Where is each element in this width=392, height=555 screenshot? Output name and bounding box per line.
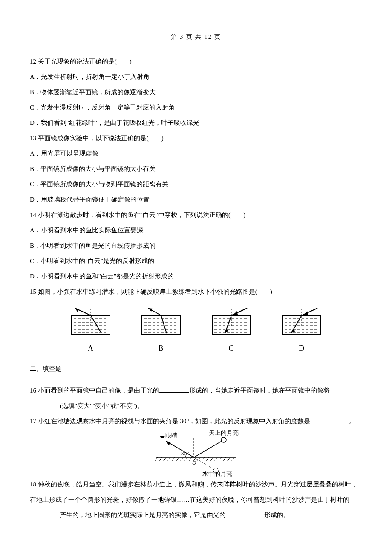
svg-line-65 (194, 441, 222, 457)
svg-point-66 (221, 437, 226, 442)
q15-label-c: C (208, 339, 255, 358)
q18-blank-1 (30, 510, 60, 517)
svg-line-48 (176, 457, 179, 461)
q12-b: B．物体逐渐靠近平面镜，所成的像逐渐变大 (30, 84, 362, 100)
q17-angle-label: 30° (181, 450, 189, 457)
q12-a: A．光发生折射时，折射角一定小于入射角 (30, 69, 362, 84)
q13-c: C．平面镜所成像的大小与物到平面镜的距离有关 (30, 176, 362, 192)
q12-stem: 12.关于光现象的说法正确的是( ) (30, 54, 362, 69)
svg-line-59 (223, 457, 226, 461)
q14-c: C．小明看到水中的"白云"是光的反射形成的 (30, 253, 362, 269)
q12-d: D．我们看到"红花绿叶"，是由于花吸收红光，叶子吸收绿光 (30, 115, 362, 130)
svg-marker-8 (75, 308, 79, 312)
svg-line-46 (167, 457, 170, 461)
q18-text-2: 产生的，地上圆形的光斑实际上是月亮的实像，它是由光的 (60, 512, 226, 518)
q15-option-d: D (278, 307, 325, 358)
svg-marker-18 (148, 308, 153, 312)
q14-stem: 14.小明在湖边散步时，看到水中的鱼在"白云"中穿梭，下列说法正确的( ) (30, 207, 362, 223)
refraction-diagram-c-icon (208, 307, 255, 337)
refraction-diagram-a-icon (67, 307, 114, 337)
q17: 17.小红在池塘边观察水中月亮的视线与水面的夹角是 30°，如图，此光的反射现象… (30, 413, 362, 429)
refraction-diagram-d-icon (278, 307, 325, 337)
q14-b: B．小明看到水中的鱼是光的直线传播形成的 (30, 238, 362, 253)
svg-line-67 (194, 457, 214, 469)
q15-option-c: C (208, 307, 255, 358)
section-2-title: 二、填空题 (30, 361, 362, 376)
q17-figure: 眼睛 天上的月亮 30° O 水中的月亮 (30, 430, 362, 477)
svg-line-54 (202, 457, 205, 461)
svg-line-45 (163, 457, 166, 461)
q18: 18.仲秋的夜晚，皓月当空。我们漫步在林荫小道上，微风和煦，传来阵阵树叶的沙沙声… (30, 477, 362, 523)
svg-line-49 (180, 457, 183, 461)
svg-line-61 (231, 457, 234, 461)
page-header: 第 3 页 共 12 页 (30, 30, 362, 44)
q13-d: D．用玻璃板代替平面镜便于确定像的位置 (30, 192, 362, 207)
q13-b: B．平面镜所成像的大小与平面镜的大小有关 (30, 161, 362, 176)
q15-label-d: D (278, 339, 325, 358)
q15-option-a: A (67, 307, 114, 358)
svg-line-60 (227, 457, 230, 461)
q18-text-1: 18.仲秋的夜晚，皓月当空。我们漫步在林荫小道上，微风和煦，传来阵阵树叶的沙沙声… (30, 481, 357, 503)
svg-line-50 (184, 457, 187, 461)
reflection-moon-diagram-icon: 眼睛 天上的月亮 30° O 水中的月亮 (147, 430, 245, 477)
refraction-diagram-b-icon (138, 307, 184, 337)
q13-a: A．用光屏可以呈现虚像 (30, 146, 362, 161)
q17-moon-water-label: 水中的月亮 (202, 471, 232, 477)
q17-text-1: 17.小红在池塘边观察水中月亮的视线与水面的夹角是 30°，如图，此光的反射现象… (30, 418, 311, 425)
svg-line-56 (210, 457, 213, 461)
svg-line-58 (219, 457, 222, 461)
svg-line-19 (161, 315, 167, 333)
svg-line-9 (91, 315, 101, 333)
svg-marker-28 (233, 311, 238, 315)
q18-text-3: 形成的。 (264, 512, 290, 518)
svg-line-55 (206, 457, 209, 461)
q16-text-1: 16.小丽看到的平面镜中自己的像，是由于光的 (30, 387, 159, 394)
svg-line-47 (172, 457, 175, 461)
q16-blank-1 (159, 386, 189, 393)
q15-option-b: B (138, 307, 184, 358)
svg-line-51 (189, 457, 192, 461)
svg-line-63 (166, 441, 194, 457)
q17-blank (311, 416, 349, 423)
q15-stem: 15.如图，小强在水中练习潜水，则能正确反映岸上教练看到水下小强的光路图是( ) (30, 284, 362, 299)
svg-line-57 (214, 457, 217, 461)
q18-blank-2 (226, 510, 264, 517)
q17-eye-label: 眼睛 (165, 432, 177, 439)
q12-c: C．光发生漫反射时，反射角一定等于对应的入射角 (30, 100, 362, 115)
q16-text-2: 形成的，当她走近平面镜时，她在平面镜中的像将 (189, 387, 330, 394)
q14-d: D．小明看到水中的鱼和"白云"都是光的折射形成的 (30, 269, 362, 284)
svg-marker-39 (304, 311, 308, 315)
svg-line-44 (159, 457, 162, 461)
q16-text-3: (选填"变大""变小"或"不变")。 (60, 402, 144, 409)
q15-label-b: B (138, 339, 184, 358)
q17-moon-sky-label: 天上的月亮 (209, 430, 239, 436)
svg-line-43 (155, 457, 158, 461)
q13-stem: 13.平面镜成像实验中，以下说法正确的是( ) (30, 130, 362, 146)
q14-a: A．小明看到水中的鱼比实际鱼位置要深 (30, 223, 362, 238)
q17-o-label: O (192, 460, 196, 466)
q16: 16.小丽看到的平面镜中自己的像，是由于光的形成的，当她走近平面镜时，她在平面镜… (30, 383, 362, 413)
q16-blank-2 (30, 401, 60, 408)
q15-figure-row: A B C (55, 307, 337, 358)
q17-text-2: 。 (349, 418, 355, 425)
q15-label-a: A (67, 339, 114, 358)
